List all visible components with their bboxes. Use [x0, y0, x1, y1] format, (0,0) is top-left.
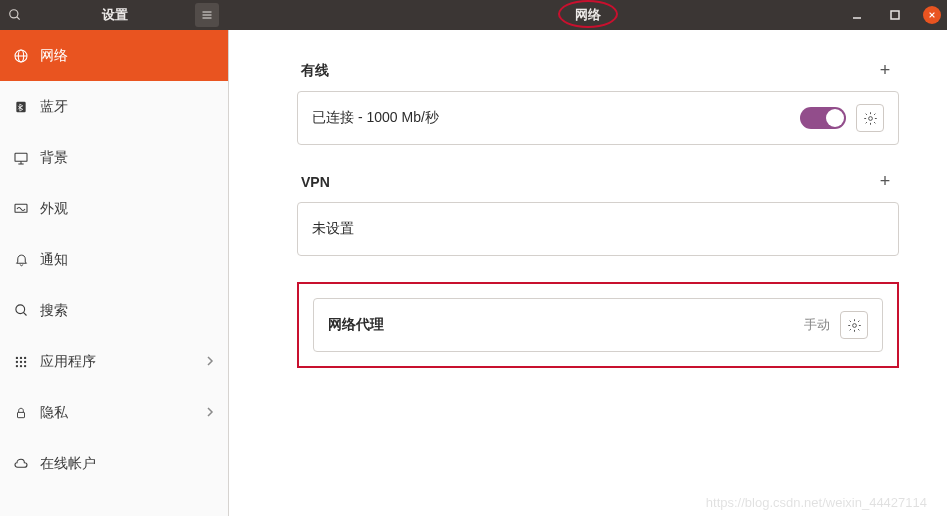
svg-line-1: [17, 17, 20, 20]
titlebar-right: 网络: [229, 0, 947, 30]
watermark: https://blog.csdn.net/weixin_44427114: [706, 495, 927, 510]
display-icon: [12, 149, 30, 167]
svg-point-27: [24, 364, 26, 366]
svg-line-18: [23, 312, 26, 315]
svg-point-30: [852, 323, 856, 327]
hamburger-icon: [201, 9, 213, 21]
sidebar-item-label: 搜索: [40, 302, 68, 320]
sidebar-item-applications[interactable]: 应用程序: [0, 336, 228, 387]
gear-icon: [847, 318, 862, 333]
svg-point-26: [20, 364, 22, 366]
titlebar-left: 设置: [0, 0, 229, 30]
vpn-title: VPN: [301, 174, 330, 190]
sidebar-item-label: 蓝牙: [40, 98, 68, 116]
appearance-icon: [12, 200, 30, 218]
sidebar-item-label: 在线帐户: [40, 455, 96, 473]
svg-point-20: [20, 356, 22, 358]
grid-icon: [12, 353, 30, 371]
svg-point-29: [868, 116, 872, 120]
proxy-row[interactable]: 网络代理 手动: [314, 299, 882, 351]
toggle-knob: [826, 109, 844, 127]
lock-icon: [12, 404, 30, 422]
vpn-header: VPN +: [297, 171, 899, 192]
chevron-right-icon: [206, 354, 214, 370]
wired-title: 有线: [301, 62, 329, 80]
close-icon: [928, 11, 936, 19]
hamburger-button[interactable]: [195, 3, 219, 27]
sidebar-item-online-accounts[interactable]: 在线帐户: [0, 438, 228, 489]
chevron-right-icon: [206, 405, 214, 421]
sidebar-item-bluetooth[interactable]: 蓝牙: [0, 81, 228, 132]
search-button[interactable]: [0, 0, 30, 30]
sidebar-item-search[interactable]: 搜索: [0, 285, 228, 336]
svg-point-23: [20, 360, 22, 362]
sidebar-item-label: 通知: [40, 251, 68, 269]
wired-status: 已连接 - 1000 Mb/秒: [312, 109, 800, 127]
wired-toggle[interactable]: [800, 107, 846, 129]
svg-rect-28: [18, 412, 25, 417]
titlebar: 设置 网络: [0, 0, 947, 30]
svg-rect-6: [891, 11, 899, 19]
wired-section: 有线 + 已连接 - 1000 Mb/秒: [297, 60, 899, 145]
sidebar-item-label: 背景: [40, 149, 68, 167]
cloud-icon: [12, 455, 30, 473]
svg-point-24: [24, 360, 26, 362]
sidebar: 网络 蓝牙 背景 外观 通知: [0, 30, 229, 516]
sidebar-item-appearance[interactable]: 外观: [0, 183, 228, 234]
sidebar-item-privacy[interactable]: 隐私: [0, 387, 228, 438]
wired-row: 已连接 - 1000 Mb/秒: [298, 92, 898, 144]
svg-point-21: [24, 356, 26, 358]
svg-point-17: [15, 305, 24, 314]
proxy-settings-button[interactable]: [840, 311, 868, 339]
globe-icon: [12, 47, 30, 65]
wired-settings-button[interactable]: [856, 104, 884, 132]
vpn-row: 未设置: [298, 203, 898, 255]
sidebar-item-network[interactable]: 网络: [0, 30, 228, 81]
sidebar-item-label: 外观: [40, 200, 68, 218]
main-content: 有线 + 已连接 - 1000 Mb/秒 VPN +: [229, 30, 947, 516]
vpn-card: 未设置: [297, 202, 899, 256]
maximize-button[interactable]: [885, 5, 905, 25]
proxy-mode: 手动: [804, 316, 830, 334]
svg-point-25: [16, 364, 18, 366]
svg-point-19: [16, 356, 18, 358]
svg-rect-13: [15, 153, 27, 161]
bluetooth-icon: [12, 98, 30, 116]
proxy-card: 网络代理 手动: [313, 298, 883, 352]
sidebar-item-label: 网络: [40, 47, 68, 65]
container: 网络 蓝牙 背景 外观 通知: [0, 30, 947, 516]
bell-icon: [12, 251, 30, 269]
window-controls: [847, 5, 941, 25]
svg-point-0: [10, 10, 18, 18]
svg-point-22: [16, 360, 18, 362]
maximize-icon: [890, 10, 900, 20]
gear-icon: [863, 111, 878, 126]
sidebar-item-label: 应用程序: [40, 353, 96, 371]
minimize-button[interactable]: [847, 5, 867, 25]
sidebar-item-background[interactable]: 背景: [0, 132, 228, 183]
proxy-title: 网络代理: [328, 316, 804, 334]
annotation-box: 网络代理 手动: [297, 282, 899, 368]
wired-card: 已连接 - 1000 Mb/秒: [297, 91, 899, 145]
search-icon: [8, 8, 22, 22]
add-wired-button[interactable]: +: [875, 60, 895, 81]
sidebar-item-label: 隐私: [40, 404, 68, 422]
wired-header: 有线 +: [297, 60, 899, 81]
search-icon: [12, 302, 30, 320]
add-vpn-button[interactable]: +: [875, 171, 895, 192]
settings-title: 设置: [102, 6, 128, 24]
minimize-icon: [852, 10, 862, 20]
close-button[interactable]: [923, 6, 941, 24]
vpn-section: VPN + 未设置: [297, 171, 899, 256]
sidebar-item-notifications[interactable]: 通知: [0, 234, 228, 285]
vpn-status: 未设置: [312, 220, 884, 238]
page-title: 网络: [575, 6, 601, 24]
